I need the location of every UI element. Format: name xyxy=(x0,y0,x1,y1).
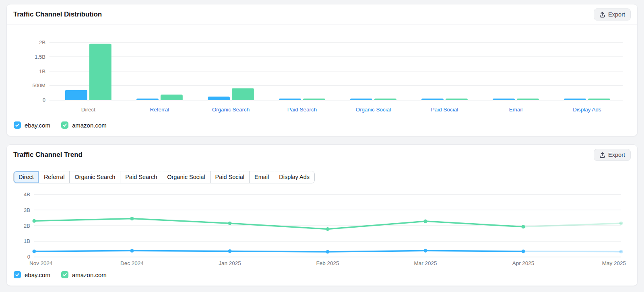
traffic-trend-line-chart: 01B2B3B4BNov 2024Dec 2024Jan 2025Feb 202… xyxy=(13,190,631,267)
panel-title: Traffic Channel Distribution xyxy=(13,10,102,19)
legend-label: ebay.com xyxy=(25,271,50,278)
y-axis-tick-label: 4B xyxy=(24,191,30,197)
legend-item-amazon-com: amazon.com xyxy=(61,121,107,129)
category-label-paid-social[interactable]: Paid Social xyxy=(431,107,458,113)
category-label-direct: Direct xyxy=(81,107,95,113)
x-axis-label-nov-2024: Nov 2024 xyxy=(29,260,53,266)
y-axis-tick-label: 0 xyxy=(43,97,45,103)
trend-line-ebay-com xyxy=(34,251,523,252)
panel-header: Traffic Channel Trend Export xyxy=(7,145,637,165)
category-label-organic-search[interactable]: Organic Search xyxy=(212,107,250,113)
data-point-amazon-com-dec-2024 xyxy=(130,217,134,220)
category-label-email[interactable]: Email xyxy=(509,107,523,113)
line-chart-area: 01B2B3B4BNov 2024Dec 2024Jan 2025Feb 202… xyxy=(7,190,637,267)
bar-amazon-com-email xyxy=(517,99,539,100)
y-axis-tick-label: 0 xyxy=(27,254,30,260)
bar-ebay-com-direct xyxy=(65,90,87,100)
bar-amazon-com-direct xyxy=(89,44,111,100)
data-point-amazon-com-mar-2025 xyxy=(424,220,427,223)
export-button[interactable]: Export xyxy=(594,149,631,161)
data-point-amazon-com-apr-2025 xyxy=(522,225,525,229)
upload-icon xyxy=(599,11,605,18)
bar-amazon-com-display-ads xyxy=(588,99,610,100)
x-axis-label-jan-2025: Jan 2025 xyxy=(219,260,241,266)
legend-checkbox-amazon-com[interactable] xyxy=(61,121,68,129)
category-label-organic-social[interactable]: Organic Social xyxy=(356,107,391,113)
bar-ebay-com-referral xyxy=(136,99,159,100)
y-axis-tick-label: 500M xyxy=(32,82,45,88)
y-axis-tick-label: 1B xyxy=(39,68,45,74)
trend-legend: ebay.comamazon.com xyxy=(7,267,637,286)
y-axis-tick-label: 2B xyxy=(39,39,45,45)
panel-header: Traffic Channel Distribution Export xyxy=(7,4,637,25)
tab-paid-search[interactable]: Paid Search xyxy=(120,171,162,183)
bar-amazon-com-organic-search xyxy=(232,88,254,100)
y-axis-tick-label: 2B xyxy=(24,223,30,229)
x-axis-label-feb-2025: Feb 2025 xyxy=(316,260,339,266)
data-point-ebay-com-may-2025 xyxy=(619,250,623,254)
trend-line-amazon-com xyxy=(34,219,523,229)
bar-amazon-com-paid-search xyxy=(303,99,325,100)
tab-email[interactable]: Email xyxy=(250,171,274,183)
traffic-channel-trend-panel: Traffic Channel Trend Export DirectRefer… xyxy=(6,144,638,286)
distribution-legend: ebay.comamazon.com xyxy=(7,117,637,136)
export-button-label: Export xyxy=(608,11,625,18)
panel-title: Traffic Channel Trend xyxy=(13,151,83,159)
bar-ebay-com-display-ads xyxy=(564,99,586,100)
data-point-amazon-com-jan-2025 xyxy=(228,222,231,225)
y-axis-tick-label: 1.5B xyxy=(35,54,45,60)
traffic-distribution-bar-chart: 0500M1B1.5B2BDirectReferralOrganic Searc… xyxy=(13,38,631,117)
tab-direct[interactable]: Direct xyxy=(14,171,39,183)
data-point-ebay-com-nov-2024 xyxy=(32,250,36,253)
category-label-paid-search[interactable]: Paid Search xyxy=(287,107,317,113)
legend-item-amazon-com: amazon.com xyxy=(61,271,107,278)
category-label-display-ads[interactable]: Display Ads xyxy=(573,107,601,113)
tab-paid-social[interactable]: Paid Social xyxy=(211,171,250,183)
bar-amazon-com-referral xyxy=(161,95,183,100)
bar-amazon-com-paid-social xyxy=(446,99,468,100)
bar-ebay-com-organic-social xyxy=(350,99,372,100)
data-point-ebay-com-jan-2025 xyxy=(228,249,231,253)
legend-item-ebay-com: ebay.com xyxy=(14,121,50,129)
data-point-amazon-com-feb-2025 xyxy=(326,227,329,231)
trend-line-projected-amazon-com xyxy=(523,224,621,227)
x-axis-label-apr-2025: Apr 2025 xyxy=(512,260,535,266)
x-axis-label-may-2025: May 2025 xyxy=(602,260,626,266)
y-axis-tick-label: 1B xyxy=(24,239,30,245)
channel-tab-group: DirectReferralOrganic SearchPaid SearchO… xyxy=(13,171,315,183)
bar-chart-area: 0500M1B1.5B2BDirectReferralOrganic Searc… xyxy=(7,38,637,117)
data-point-amazon-com-may-2025 xyxy=(619,222,623,225)
bar-amazon-com-organic-social xyxy=(374,99,396,100)
legend-checkbox-ebay-com[interactable] xyxy=(14,271,21,278)
tab-display-ads[interactable]: Display Ads xyxy=(274,171,314,183)
data-point-ebay-com-apr-2025 xyxy=(522,250,525,253)
legend-label: ebay.com xyxy=(25,122,50,129)
export-button-label: Export xyxy=(608,152,625,158)
data-point-amazon-com-nov-2024 xyxy=(32,219,36,223)
legend-item-ebay-com: ebay.com xyxy=(14,271,50,278)
y-axis-tick-label: 3B xyxy=(24,207,30,213)
tab-referral[interactable]: Referral xyxy=(39,171,70,183)
tab-organic-search[interactable]: Organic Search xyxy=(70,171,120,183)
category-label-referral[interactable]: Referral xyxy=(150,107,169,113)
legend-label: amazon.com xyxy=(72,271,107,278)
traffic-channel-distribution-panel: Traffic Channel Distribution Export 0500… xyxy=(6,4,638,136)
tab-organic-social[interactable]: Organic Social xyxy=(162,171,210,183)
upload-icon xyxy=(599,152,605,158)
legend-checkbox-amazon-com[interactable] xyxy=(61,271,68,278)
data-point-ebay-com-dec-2024 xyxy=(130,249,134,253)
trend-line-projected-ebay-com xyxy=(523,251,621,252)
bar-ebay-com-paid-search xyxy=(279,99,301,100)
bar-ebay-com-organic-search xyxy=(208,97,230,100)
legend-checkbox-ebay-com[interactable] xyxy=(14,121,21,129)
bar-ebay-com-paid-social xyxy=(421,99,444,100)
x-axis-label-dec-2024: Dec 2024 xyxy=(120,260,144,266)
legend-label: amazon.com xyxy=(72,122,107,129)
channel-tabs-row: DirectReferralOrganic SearchPaid SearchO… xyxy=(7,165,637,184)
data-point-ebay-com-mar-2025 xyxy=(424,249,427,253)
export-button[interactable]: Export xyxy=(594,8,631,21)
x-axis-label-mar-2025: Mar 2025 xyxy=(414,260,437,266)
data-point-ebay-com-feb-2025 xyxy=(326,250,329,254)
bar-ebay-com-email xyxy=(493,99,515,100)
